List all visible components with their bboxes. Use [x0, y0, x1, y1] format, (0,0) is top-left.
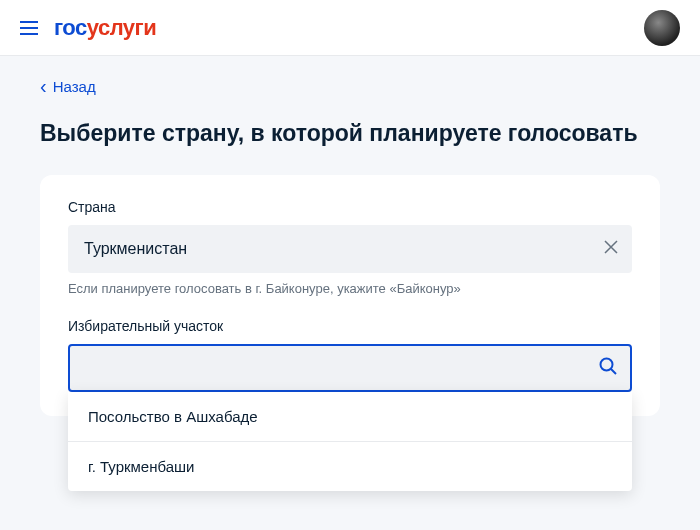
station-search-wrap: Посольство в Ашхабаде г. Туркменбаши: [68, 344, 632, 392]
dropdown-item[interactable]: Посольство в Ашхабаде: [68, 392, 632, 442]
logo-part2: услуги: [87, 15, 157, 40]
avatar[interactable]: [644, 10, 680, 46]
station-label: Избирательный участок: [68, 318, 632, 334]
svg-point-0: [601, 359, 613, 371]
country-hint: Если планируете голосовать в г. Байконур…: [68, 281, 632, 296]
country-label: Страна: [68, 199, 632, 215]
search-icon[interactable]: [598, 356, 618, 380]
menu-icon[interactable]: [20, 17, 38, 39]
form-card: Страна Если планируете голосовать в г. Б…: [40, 175, 660, 416]
country-input[interactable]: [68, 225, 632, 273]
country-input-wrap: [68, 225, 632, 273]
clear-icon[interactable]: [602, 238, 620, 260]
header: госуслуги: [0, 0, 700, 56]
station-input[interactable]: [68, 344, 632, 392]
back-label: Назад: [53, 78, 96, 95]
logo-part1: гос: [54, 15, 87, 40]
dropdown-item[interactable]: г. Туркменбаши: [68, 442, 632, 491]
page-title: Выберите страну, в которой планируете го…: [40, 120, 660, 147]
back-link[interactable]: Назад: [40, 76, 96, 96]
logo[interactable]: госуслуги: [54, 15, 156, 41]
header-left: госуслуги: [20, 15, 156, 41]
dropdown: Посольство в Ашхабаде г. Туркменбаши: [68, 392, 632, 491]
content: Назад Выберите страну, в которой планиру…: [0, 56, 700, 436]
